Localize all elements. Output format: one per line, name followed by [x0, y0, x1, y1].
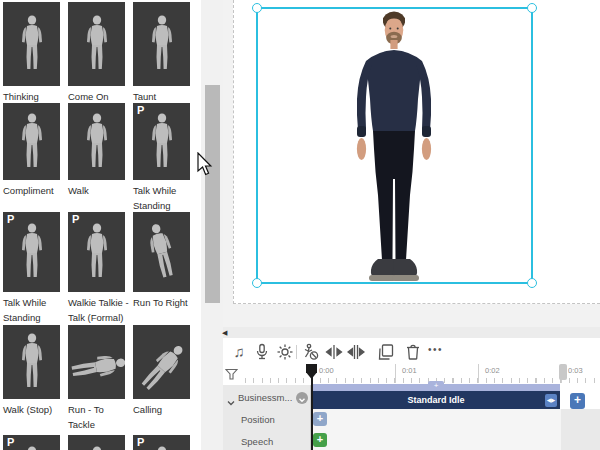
mannequin-figure — [147, 13, 177, 75]
animation-card-walkie-talkie[interactable]: P Walkie Talkie - Talk (Formal) — [68, 212, 125, 325]
clip-standard-idle[interactable]: Standard Idle ◀▶ — [312, 391, 560, 409]
animation-thumbnail: P — [3, 435, 60, 450]
microphone-icon[interactable] — [253, 343, 271, 361]
animation-label: Taunt — [133, 86, 197, 104]
premium-badge: P — [7, 213, 14, 225]
library-scrollbar-thumb[interactable] — [205, 85, 220, 303]
animation-thumbnail: P — [133, 103, 190, 180]
animation-card-walk-stop[interactable]: Walk (Stop) — [3, 325, 60, 432]
mannequin-figure — [17, 13, 47, 75]
animation-card-thinking[interactable]: Thinking — [3, 2, 60, 104]
animation-card-compliment[interactable]: Compliment — [3, 103, 60, 213]
music-icon[interactable]: ♫ — [230, 343, 248, 361]
add-speech-button[interactable]: + — [313, 433, 327, 447]
library-row: Compliment Walk P Talk While Standing — [3, 103, 190, 213]
delete-icon[interactable] — [404, 343, 422, 361]
library-row: P Talk While Standing P Walkie Talkie - … — [3, 212, 190, 325]
insert-clip-button[interactable]: + — [428, 381, 444, 391]
animation-thumbnail — [133, 2, 190, 86]
mannequin-figure — [82, 444, 112, 450]
timeline-ruler[interactable] — [245, 364, 600, 383]
filter-icon[interactable] — [225, 368, 238, 381]
mannequin-figure — [82, 221, 112, 283]
ruler-tick — [395, 364, 396, 383]
mannequin-figure — [139, 218, 183, 285]
mannequin-figure — [82, 13, 112, 75]
animation-label: Talk While Standing — [133, 180, 197, 213]
ruler-label: 0:03 — [568, 366, 583, 375]
selection-handle-top-left[interactable] — [252, 3, 262, 13]
animation-card-talk-while-standing-2[interactable]: P Talk While Standing — [3, 212, 60, 325]
mannequin-figure — [17, 331, 47, 393]
animation-thumbnail — [3, 2, 60, 86]
animation-thumbnail — [68, 2, 125, 86]
animation-label: Talk While Standing — [3, 292, 67, 325]
selection-handle-top-right[interactable] — [527, 3, 537, 13]
premium-badge: P — [72, 213, 79, 225]
animation-card[interactable] — [68, 435, 125, 450]
mouse-cursor — [197, 152, 214, 176]
split-clip-icon[interactable] — [325, 343, 343, 361]
animation-thumbnail — [68, 103, 125, 180]
track-row-speech[interactable]: Speech — [241, 436, 273, 447]
animation-label: Walkie Talkie - Talk (Formal) — [68, 292, 132, 325]
track-name[interactable]: Businessm... — [238, 392, 292, 403]
ruler-label: 0:01 — [402, 366, 417, 375]
track-row-position[interactable]: Position — [241, 414, 275, 425]
effects-icon[interactable] — [276, 343, 294, 361]
animation-card-calling[interactable]: Calling — [133, 325, 190, 432]
animation-card-talk-while-standing[interactable]: P Talk While Standing — [133, 103, 190, 213]
animation-thumbnail — [3, 103, 60, 180]
library-row: Thinking Come On Taunt — [3, 2, 190, 104]
animation-thumbnail — [133, 325, 190, 399]
selection-handle-bottom-right[interactable] — [527, 278, 537, 288]
clip-loop-icon[interactable]: ◀▶ — [545, 394, 557, 407]
animation-thumbnail: P — [133, 435, 190, 450]
library-row: Walk (Stop) Run - To Tackle Calling — [3, 325, 190, 432]
selection-handle-bottom-left[interactable] — [252, 278, 262, 288]
animation-thumbnail: P — [68, 212, 125, 292]
library-scrollbar-track[interactable] — [201, 0, 223, 450]
animation-app-window: Thinking Come On Taunt Compliment Walk P — [0, 0, 600, 450]
more-options-icon[interactable]: ••• — [428, 344, 443, 355]
timeline-end-marker[interactable] — [559, 364, 567, 380]
animation-card[interactable]: P — [3, 435, 60, 450]
add-position-keyframe-button[interactable]: + — [313, 412, 327, 426]
ruler-label: 0:02 — [485, 366, 500, 375]
animation-label: Walk — [68, 180, 132, 198]
animation-thumbnail — [3, 325, 60, 399]
track-dropdown-icon[interactable] — [296, 392, 308, 404]
add-clip-button[interactable]: + — [570, 393, 585, 409]
chevron-down-icon[interactable] — [227, 393, 235, 401]
animation-card[interactable]: P — [133, 435, 190, 450]
premium-badge: P — [137, 104, 144, 116]
animation-thumbnail: P — [3, 212, 60, 292]
businessman-character[interactable] — [344, 9, 444, 287]
animation-card-come-on[interactable]: Come On — [68, 2, 125, 104]
animation-label: Compliment — [3, 180, 67, 198]
animation-label: Calling — [133, 399, 197, 417]
toolbar-separator — [296, 345, 297, 359]
animation-thumbnail — [68, 435, 125, 450]
duplicate-icon[interactable] — [377, 343, 395, 361]
premium-badge: P — [137, 436, 144, 448]
ruler-tick — [478, 364, 479, 383]
mannequin-figure — [17, 111, 47, 173]
animation-card-walk[interactable]: Walk — [68, 103, 125, 213]
animation-label: Run To Right — [133, 292, 197, 310]
animation-card-taunt[interactable]: Taunt — [133, 2, 190, 104]
trim-clip-icon[interactable] — [347, 343, 365, 361]
animation-thumbnail — [133, 212, 190, 292]
remove-animation-icon[interactable] — [302, 343, 320, 361]
animation-card-run-to-right[interactable]: Run To Right — [133, 212, 190, 325]
animation-label: Thinking — [3, 86, 67, 104]
scroll-left-icon[interactable]: ◀ — [222, 329, 227, 337]
animation-label: Walk (Stop) — [3, 399, 67, 417]
mannequin-figure — [147, 444, 177, 450]
track-rows-area — [311, 409, 600, 450]
timeline-hscroll-strip — [223, 327, 600, 338]
mannequin-figure — [17, 221, 47, 283]
mannequin-figure — [82, 111, 112, 173]
animation-card-run-to-tackle[interactable]: Run - To Tackle — [68, 325, 125, 432]
track-name-column: Businessm... Position Speech — [223, 385, 311, 450]
